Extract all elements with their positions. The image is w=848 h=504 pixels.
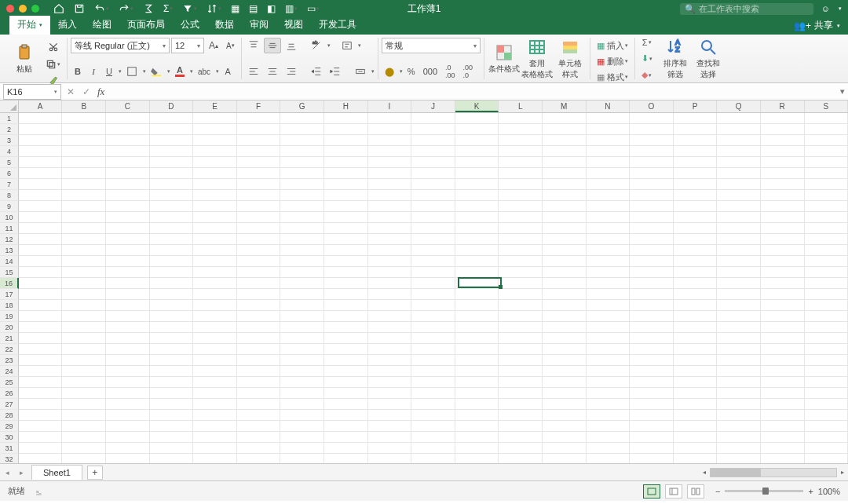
col-header-N[interactable]: N — [587, 100, 631, 112]
cell[interactable] — [19, 322, 63, 333]
cell[interactable] — [193, 454, 237, 464]
cell[interactable] — [150, 124, 194, 135]
cell[interactable] — [193, 344, 237, 355]
indent-inc-button[interactable] — [327, 64, 344, 79]
cell[interactable] — [455, 256, 499, 267]
cell[interactable] — [368, 190, 412, 201]
cell[interactable] — [805, 201, 848, 212]
cell[interactable] — [587, 388, 631, 399]
cell[interactable] — [280, 157, 324, 168]
cell[interactable] — [499, 201, 543, 212]
toolbar-icon[interactable]: ▭▾ — [307, 3, 320, 14]
cell[interactable] — [805, 157, 848, 168]
cell[interactable] — [543, 366, 587, 377]
cell[interactable] — [237, 168, 281, 179]
cell[interactable] — [280, 234, 324, 245]
cell[interactable] — [543, 212, 587, 223]
cell[interactable] — [280, 124, 324, 135]
cell[interactable] — [674, 366, 718, 377]
cell[interactable] — [106, 344, 150, 355]
cell[interactable] — [674, 190, 718, 201]
tab-layout[interactable]: 页面布局 — [119, 16, 173, 35]
cell[interactable] — [193, 179, 237, 190]
cell[interactable] — [62, 157, 106, 168]
cell[interactable] — [674, 410, 718, 421]
cell[interactable] — [368, 245, 412, 256]
cell[interactable] — [717, 333, 761, 344]
zoom-control[interactable]: − + 100% — [715, 487, 840, 496]
cell[interactable] — [150, 366, 194, 377]
cell[interactable] — [761, 212, 805, 223]
cell[interactable] — [411, 421, 455, 432]
cell[interactable] — [106, 355, 150, 366]
cell[interactable] — [805, 168, 848, 179]
cell[interactable] — [630, 333, 674, 344]
cell[interactable] — [587, 355, 631, 366]
delete-cells-button[interactable]: ▦ 删除▾ — [594, 53, 631, 69]
cell[interactable] — [630, 344, 674, 355]
cell[interactable] — [368, 223, 412, 234]
redo-icon[interactable]: ▾ — [119, 3, 133, 14]
view-normal-button[interactable] — [643, 484, 660, 499]
cell[interactable] — [19, 344, 63, 355]
cell[interactable] — [805, 124, 848, 135]
align-right-button[interactable] — [283, 64, 300, 79]
cell[interactable] — [674, 256, 718, 267]
cell[interactable] — [587, 157, 631, 168]
cell[interactable] — [630, 454, 674, 464]
cell[interactable] — [455, 432, 499, 443]
cell[interactable] — [324, 454, 368, 464]
cell[interactable] — [761, 201, 805, 212]
cell[interactable] — [455, 289, 499, 300]
cell[interactable] — [805, 355, 848, 366]
cell[interactable] — [324, 344, 368, 355]
cell[interactable] — [543, 388, 587, 399]
cell[interactable] — [411, 366, 455, 377]
cell[interactable] — [761, 454, 805, 464]
cell[interactable] — [193, 388, 237, 399]
cell[interactable] — [106, 443, 150, 454]
cell[interactable] — [499, 311, 543, 322]
cell[interactable] — [280, 322, 324, 333]
cell[interactable] — [193, 443, 237, 454]
cell[interactable] — [19, 146, 63, 157]
row-header[interactable]: 7 — [0, 179, 19, 190]
cell[interactable] — [630, 157, 674, 168]
cell[interactable] — [543, 256, 587, 267]
cell[interactable] — [19, 135, 63, 146]
tab-review[interactable]: 审阅 — [242, 16, 276, 35]
cell[interactable] — [150, 454, 194, 464]
cell[interactable] — [280, 454, 324, 464]
cell[interactable] — [805, 190, 848, 201]
cell[interactable] — [368, 278, 412, 289]
cell[interactable] — [62, 234, 106, 245]
save-icon[interactable] — [74, 3, 85, 14]
cell[interactable] — [62, 201, 106, 212]
cell[interactable] — [717, 454, 761, 464]
cell[interactable] — [455, 300, 499, 311]
cell[interactable] — [587, 421, 631, 432]
cell[interactable] — [19, 410, 63, 421]
cell[interactable] — [324, 146, 368, 157]
cell[interactable] — [368, 311, 412, 322]
cell[interactable] — [193, 289, 237, 300]
cell[interactable] — [324, 168, 368, 179]
cell[interactable] — [62, 421, 106, 432]
cell[interactable] — [19, 454, 63, 464]
cell[interactable] — [805, 377, 848, 388]
cell[interactable] — [587, 366, 631, 377]
cell[interactable] — [761, 124, 805, 135]
cell[interactable] — [587, 245, 631, 256]
cell[interactable] — [237, 454, 281, 464]
cell[interactable] — [543, 201, 587, 212]
cell[interactable] — [587, 179, 631, 190]
col-header-B[interactable]: B — [62, 100, 106, 112]
cell[interactable] — [324, 443, 368, 454]
cell[interactable] — [150, 245, 194, 256]
cell[interactable] — [324, 157, 368, 168]
cell[interactable] — [543, 278, 587, 289]
row-header[interactable]: 6 — [0, 168, 19, 179]
cell-styles-button[interactable]: 单元格 样式 — [554, 38, 587, 80]
cell[interactable] — [62, 190, 106, 201]
cell[interactable] — [280, 256, 324, 267]
